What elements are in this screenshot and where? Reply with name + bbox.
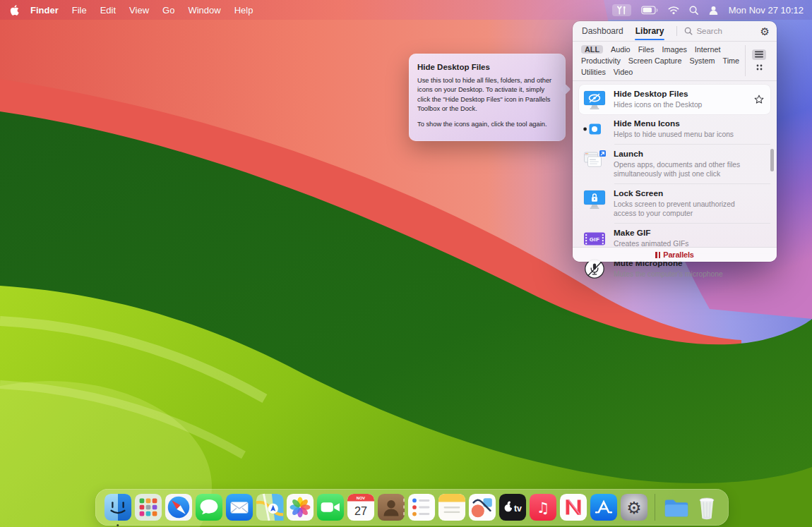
popover-paragraph: To show the icons again, click the tool … xyxy=(417,120,557,129)
dock-trash-icon[interactable] xyxy=(693,493,721,521)
tool-texts: Make GIFCreates animated GIFs xyxy=(614,227,767,248)
popover-title: Hide Desktop Files xyxy=(417,63,557,71)
tab-dashboard[interactable]: Dashboard xyxy=(581,22,624,41)
dock-messages-icon[interactable] xyxy=(195,493,223,521)
filter-chip-screen-capture[interactable]: Screen Capture xyxy=(628,56,682,65)
tool-title: Hide Desktop Files xyxy=(614,89,753,99)
tool-description: Opens apps, documents and other files si… xyxy=(614,160,742,179)
battery-icon[interactable] xyxy=(641,6,658,15)
menu-item-window[interactable]: Window xyxy=(188,5,220,16)
parallels-toolbox-window: Dashboard Library Search ⚙ ALLAudioFiles… xyxy=(573,21,777,262)
menu-item-finder[interactable]: Finder xyxy=(30,5,59,16)
menu-item-file[interactable]: File xyxy=(72,5,87,16)
filter-chip-images[interactable]: Images xyxy=(662,45,686,54)
scrollbar[interactable] xyxy=(770,149,774,171)
gear-icon[interactable]: ⚙ xyxy=(760,26,770,37)
dock: NOV27tv♫⚙ xyxy=(95,489,729,526)
parallels-logo-text: Parallels xyxy=(663,250,693,259)
window-footer: Parallels xyxy=(573,247,777,262)
dock-music-icon[interactable]: ♫ xyxy=(529,493,557,521)
svg-text:27: 27 xyxy=(354,504,366,517)
tool-description: Hides icons on the Desktop xyxy=(614,100,742,109)
apple-logo-icon[interactable] xyxy=(10,5,19,16)
lock-screen-icon xyxy=(582,188,607,210)
dock-contacts-icon[interactable] xyxy=(377,493,405,521)
menu-item-go[interactable]: Go xyxy=(162,5,174,16)
menu-item-edit[interactable]: Edit xyxy=(100,5,116,16)
dock-photos-icon[interactable] xyxy=(286,493,314,521)
popover-paragraph: Use this tool to hide all files, folders… xyxy=(417,76,557,114)
dock-finder-icon[interactable] xyxy=(104,493,132,521)
menu-bar: FinderFileEditViewGoWindowHelp Mon Nov 2… xyxy=(0,0,812,20)
parallels-toolbox-icon[interactable] xyxy=(612,4,631,16)
search-placeholder: Search xyxy=(696,27,722,35)
tool-info-popover: Hide Desktop Files Use this tool to hide… xyxy=(409,54,566,141)
dock-news-icon[interactable] xyxy=(559,493,587,521)
dock-apple-tv-icon[interactable]: tv xyxy=(498,493,527,521)
menu-bar-clock[interactable]: Mon Nov 27 10:12 xyxy=(729,5,804,16)
tool-description: Helps to hide unused menu bar icons xyxy=(614,130,742,139)
search-icon xyxy=(684,27,693,35)
tool-description: Locks screen to prevent unauthorized acc… xyxy=(614,200,742,219)
menu-item-help[interactable]: Help xyxy=(234,5,253,16)
favorite-star-icon[interactable] xyxy=(754,95,764,107)
tool-title: Hide Menu Icons xyxy=(614,119,767,128)
parallels-logo-bars xyxy=(655,252,660,258)
filter-chip-all[interactable]: ALL xyxy=(581,45,603,54)
header-divider xyxy=(676,26,677,36)
dock-facetime-icon[interactable] xyxy=(316,493,345,521)
dock-reminders-icon[interactable] xyxy=(407,493,436,521)
tool-row-hide-menu-icons[interactable]: Hide Menu IconsHelps to hide unused menu… xyxy=(579,114,770,144)
filter-chip-files[interactable]: Files xyxy=(638,45,655,54)
tab-library[interactable]: Library xyxy=(635,22,665,41)
dock-folder-icon[interactable] xyxy=(662,493,691,521)
tool-texts: Hide Desktop FilesHides icons on the Des… xyxy=(614,88,753,109)
filter-chip-video[interactable]: Video xyxy=(614,68,633,76)
dock-freeform-icon[interactable] xyxy=(468,493,496,521)
svg-text:GIF: GIF xyxy=(590,236,600,242)
window-header: Dashboard Library Search ⚙ xyxy=(573,21,777,42)
svg-text:tv: tv xyxy=(513,504,521,514)
running-indicator xyxy=(117,524,119,527)
tool-texts: Hide Menu IconsHelps to hide unused menu… xyxy=(614,118,767,139)
tool-row-hide-desktop-files[interactable]: Hide Desktop FilesHides icons on the Des… xyxy=(579,85,770,114)
desktop: FinderFileEditViewGoWindowHelp Mon Nov 2… xyxy=(0,0,812,527)
user-switch-icon[interactable] xyxy=(708,6,719,15)
dock-safari-icon[interactable] xyxy=(165,493,193,521)
dock-system-settings-icon[interactable]: ⚙ xyxy=(620,493,648,521)
parallels-logo: Parallels xyxy=(655,250,693,259)
svg-text:⚙: ⚙ xyxy=(626,498,641,518)
menu-item-view[interactable]: View xyxy=(129,5,149,16)
hide-menu-icons-icon xyxy=(582,118,607,140)
make-gif-icon: GIF xyxy=(582,227,607,249)
grid-view-icon[interactable] xyxy=(752,62,766,73)
dock-mail-icon[interactable] xyxy=(225,493,253,521)
launch-icon xyxy=(582,148,607,170)
dock-launchpad-icon[interactable] xyxy=(134,493,162,521)
dock-calendar-icon[interactable]: NOV27 xyxy=(347,493,375,521)
wifi-icon[interactable] xyxy=(668,6,679,15)
filter-chip-internet[interactable]: Internet xyxy=(695,45,721,54)
dock-maps-icon[interactable] xyxy=(256,493,284,521)
tool-texts: LaunchOpens apps, documents and other fi… xyxy=(614,148,767,179)
filter-chip-system[interactable]: System xyxy=(689,56,715,65)
svg-text:♫: ♫ xyxy=(536,499,549,516)
category-chips: ALLAudioFilesImagesInternetProductivityS… xyxy=(581,45,741,76)
filter-chip-productivity[interactable]: Productivity xyxy=(581,56,621,65)
tool-row-lock-screen[interactable]: Lock ScreenLocks screen to prevent unaut… xyxy=(579,184,770,223)
dock-notes-icon[interactable] xyxy=(438,493,466,521)
dock-app-store-icon[interactable] xyxy=(590,493,618,521)
filter-chip-utilities[interactable]: Utilities xyxy=(581,68,606,76)
spotlight-search-icon[interactable] xyxy=(689,6,698,15)
tool-description: Mutes the computer's microphone xyxy=(614,269,742,279)
search-input[interactable]: Search xyxy=(684,27,754,35)
filter-chip-audio[interactable]: Audio xyxy=(611,45,631,54)
dock-divider xyxy=(655,494,655,521)
tool-row-launch[interactable]: LaunchOpens apps, documents and other fi… xyxy=(579,145,770,183)
view-toggle xyxy=(745,45,766,76)
filter-chip-time[interactable]: Time xyxy=(722,56,739,65)
hide-desktop-files-icon xyxy=(582,88,607,110)
list-view-icon[interactable] xyxy=(752,49,766,60)
category-filter-bar: ALLAudioFilesImagesInternetProductivityS… xyxy=(573,42,777,81)
svg-text:NOV: NOV xyxy=(356,496,365,500)
